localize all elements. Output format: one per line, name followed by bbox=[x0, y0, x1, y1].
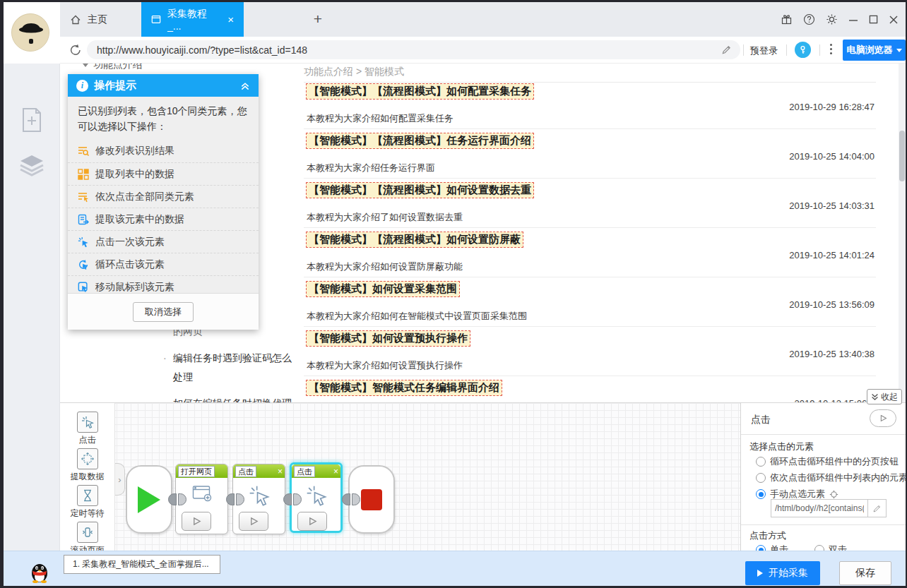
page-sidebar-heading[interactable]: 功能点介绍 bbox=[83, 64, 143, 71]
minimize-icon[interactable] bbox=[848, 15, 858, 25]
info-icon: i bbox=[76, 80, 88, 92]
refresh-icon[interactable] bbox=[69, 44, 82, 56]
node-play-button[interactable] bbox=[182, 512, 211, 531]
login-key-icon[interactable] bbox=[795, 42, 811, 58]
url-bar[interactable] bbox=[87, 40, 740, 59]
palette-expand-handle[interactable]: › bbox=[115, 463, 125, 496]
document-extract-icon bbox=[78, 214, 89, 225]
crosshair-picker-icon[interactable] bbox=[829, 490, 838, 499]
action-loop-click[interactable]: 循环点击该元素 bbox=[68, 253, 259, 275]
node-connector[interactable] bbox=[342, 493, 360, 505]
hover-cursor-icon bbox=[78, 282, 89, 293]
palette-item-wait[interactable]: 定时等待 bbox=[71, 485, 105, 520]
node-connector[interactable] bbox=[226, 493, 244, 505]
start-node[interactable] bbox=[126, 465, 172, 534]
new-tab-button[interactable]: + bbox=[309, 11, 327, 29]
node-connector[interactable] bbox=[168, 493, 186, 505]
tab-close-icon[interactable]: × bbox=[227, 14, 234, 25]
select-element-section-label: 选择点击的元素 bbox=[749, 440, 814, 453]
article-title-highlighted[interactable]: 【智能模式】智能模式任务编辑界面介绍 bbox=[306, 380, 502, 396]
maximize-icon[interactable] bbox=[869, 15, 878, 24]
browser-mode-dropdown[interactable]: 电脑浏览器 bbox=[843, 40, 906, 61]
scrollbar-thumb[interactable] bbox=[899, 131, 905, 181]
action-click-once[interactable]: 点击一次该元素 bbox=[68, 230, 259, 253]
node-connector[interactable] bbox=[283, 493, 302, 505]
step-palette: 点击 提取数据 定时等 bbox=[60, 403, 115, 551]
edit-url-pencil-icon[interactable] bbox=[721, 44, 732, 55]
help-icon[interactable] bbox=[803, 13, 815, 25]
node-label: 点击 bbox=[294, 466, 315, 477]
click-burst-icon bbox=[249, 485, 270, 506]
start-collection-label: 开始采集 bbox=[769, 567, 808, 580]
action-extract-list-data[interactable]: 提取列表中的数据 bbox=[68, 162, 259, 185]
avatar[interactable] bbox=[11, 13, 49, 52]
xpath-field bbox=[771, 499, 887, 517]
article-title-highlighted[interactable]: 【智能模式】【流程图模式】如何配置采集任务 bbox=[306, 83, 534, 100]
action-label: 提取列表中的数据 bbox=[95, 168, 174, 181]
url-input[interactable] bbox=[87, 44, 721, 56]
start-collection-button[interactable]: 开始采集 bbox=[745, 561, 820, 585]
page-sidebar-link[interactable]: 编辑任务时遇到验证码怎么处理 bbox=[173, 349, 300, 387]
node-play-button[interactable] bbox=[239, 512, 268, 531]
article-title-highlighted[interactable]: 【智能模式】如何设置预执行操作 bbox=[306, 330, 470, 347]
action-edit-list-result[interactable]: 修改列表识别结果 bbox=[68, 140, 259, 162]
tab-home[interactable]: 主页 bbox=[60, 2, 141, 37]
extract-data-step-icon bbox=[77, 448, 98, 469]
browser-window-icon bbox=[151, 14, 161, 25]
page-sidebar-link[interactable]: 如何在编辑任务时切换代理 bbox=[173, 394, 300, 402]
gift-icon[interactable] bbox=[781, 13, 793, 25]
article-title-highlighted[interactable]: 【智能模式】【流程图模式】如何设置数据去重 bbox=[306, 182, 534, 198]
grid-data-icon bbox=[78, 169, 89, 180]
node-close-icon[interactable]: × bbox=[278, 467, 283, 476]
node-body bbox=[176, 478, 227, 534]
window-controls bbox=[781, 13, 899, 25]
tab-home-label: 主页 bbox=[88, 13, 107, 26]
palette-label: 提取数据 bbox=[71, 471, 105, 483]
settings-gear-icon[interactable] bbox=[826, 13, 838, 25]
action-click-all-similar[interactable]: 依次点击全部同类元素 bbox=[68, 185, 259, 208]
node-play-button[interactable] bbox=[297, 512, 327, 531]
config-run-step-button[interactable] bbox=[870, 409, 896, 427]
option-label: 依次点击循环组件中列表内的元素 bbox=[770, 472, 907, 484]
article-title-highlighted[interactable]: 【智能模式】如何设置采集范围 bbox=[306, 281, 460, 297]
palette-item-extract-data[interactable]: 提取数据 bbox=[71, 448, 105, 483]
collapse-browser-button[interactable]: 收起 bbox=[867, 389, 902, 404]
click-burst-icon bbox=[78, 236, 89, 248]
article-row: 【智能模式】【流程图模式】任务运行界面介绍 2019-10-25 14:04:0… bbox=[304, 129, 876, 179]
option-loop-pagination[interactable]: 循环点击循环组件中的分页按钮 bbox=[756, 455, 899, 468]
node-close-icon[interactable]: × bbox=[333, 467, 338, 476]
article-list: 功能点介绍 > 智能模式 【智能模式】【流程图模式】如何配置采集任务 2019-… bbox=[304, 64, 876, 402]
tab-active-label: 采集教程_... bbox=[167, 8, 217, 32]
option-click-list-elements[interactable]: 依次点击循环组件中列表内的元素 bbox=[756, 472, 907, 484]
pre-login-button[interactable]: 预登录 bbox=[750, 44, 778, 57]
tab-active[interactable]: 采集教程_... × bbox=[141, 2, 244, 37]
palette-item-click[interactable]: 点击 bbox=[77, 412, 98, 446]
article-description: 本教程为大家介绍了如何设置数据去重 bbox=[307, 211, 463, 224]
radio-unchecked[interactable] bbox=[756, 473, 766, 483]
xpath-input[interactable] bbox=[771, 500, 867, 517]
browser-mode-label: 电脑浏览器 bbox=[847, 44, 893, 56]
edit-xpath-pencil-icon[interactable] bbox=[867, 500, 886, 517]
qq-penguin-icon[interactable] bbox=[30, 562, 49, 583]
tips-panel-footer: 取消选择 bbox=[68, 293, 259, 330]
task-tab[interactable]: 1. 采集教程_智能模式_全面掌握后... bbox=[64, 555, 220, 574]
article-title-highlighted[interactable]: 【智能模式】【流程图模式】任务运行界面介绍 bbox=[306, 133, 534, 149]
layers-icon[interactable] bbox=[19, 154, 45, 178]
cancel-selection-button[interactable]: 取消选择 bbox=[133, 302, 194, 322]
save-button[interactable]: 保存 bbox=[839, 561, 891, 585]
node-body bbox=[233, 478, 285, 534]
more-menu-icon[interactable] bbox=[830, 44, 832, 54]
article-date: 2019-10-25 14:01:24 bbox=[789, 250, 875, 260]
article-title-highlighted[interactable]: 【智能模式】【流程图模式】如何设置防屏蔽 bbox=[306, 232, 523, 248]
radio-unchecked[interactable] bbox=[756, 457, 766, 467]
radio-checked[interactable] bbox=[756, 489, 766, 499]
new-task-icon[interactable] bbox=[20, 107, 43, 133]
action-extract-element-data[interactable]: 提取该元素中的数据 bbox=[68, 208, 259, 230]
operation-tips-panel: i 操作提示 已识别到列表，包含10个同类元素，您可以选择以下操作： 修改列表识… bbox=[68, 74, 259, 330]
avatar-panel bbox=[4, 2, 60, 64]
palette-label: 定时等待 bbox=[71, 508, 105, 520]
article-date: 2019-10-29 16:28:47 bbox=[789, 102, 875, 112]
close-window-icon[interactable] bbox=[889, 15, 899, 25]
collapse-panel-icon[interactable] bbox=[240, 81, 250, 90]
article-description: 本教程为大家介绍如何设置防屏蔽功能 bbox=[307, 260, 463, 273]
